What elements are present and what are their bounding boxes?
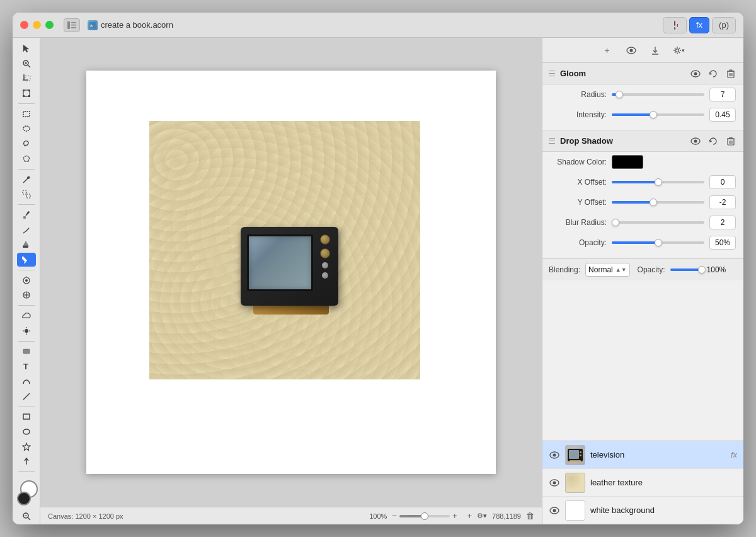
document-title: a create a book.acorn (88, 20, 173, 30)
layer-settings-icon[interactable]: ⚙▾ (477, 512, 487, 520)
zoom-tool-button[interactable] (17, 57, 36, 71)
polygon-select-tool-button[interactable] (17, 152, 36, 166)
layer-white-background-visibility[interactable] (549, 505, 560, 516)
x-offset-slider[interactable] (612, 177, 704, 187)
x-offset-value[interactable]: 0 (709, 175, 736, 189)
svg-rect-46 (23, 349, 30, 354)
zoom-out-icon[interactable]: − (392, 511, 397, 521)
rect-shape-tool-button[interactable] (17, 344, 36, 358)
gloom-intensity-row: Intensity: 0.45 (542, 105, 743, 125)
close-button[interactable] (20, 21, 28, 29)
add-effect-button[interactable]: + (599, 43, 616, 57)
visibility-button[interactable] (623, 43, 639, 57)
ellipse-select-tool-button[interactable] (17, 122, 36, 136)
eyedropper-tool-button[interactable] (17, 208, 36, 222)
layer-leather-visibility[interactable] (549, 477, 560, 488)
layer-leather-name: leather texture (590, 478, 737, 487)
opacity-slider[interactable] (612, 238, 704, 248)
pen-tool-button[interactable] (17, 223, 36, 237)
lasso-tool-button[interactable] (17, 137, 36, 151)
gloom-intensity-slider[interactable] (612, 110, 704, 120)
svg-rect-82 (580, 454, 581, 456)
x-offset-row: X Offset: 0 (542, 172, 743, 192)
ellipse-vector-tool-button[interactable] (17, 425, 36, 439)
gloom-delete-button[interactable] (724, 67, 737, 80)
y-offset-slider[interactable] (612, 197, 704, 207)
transform-tool-button[interactable] (17, 86, 36, 100)
gloom-intensity-value[interactable]: 0.45 (709, 108, 736, 122)
svg-rect-7 (674, 27, 675, 30)
rect-select-tool-button[interactable] (17, 107, 36, 121)
layer-leather[interactable]: leather texture (542, 469, 743, 497)
settings-button[interactable]: ▾ (671, 43, 687, 57)
svg-rect-81 (580, 451, 581, 453)
brightness-tool-button[interactable] (17, 324, 36, 338)
text-tool-button[interactable]: T (17, 359, 36, 373)
svg-rect-65 (730, 70, 732, 71)
heal-tool-button[interactable] (17, 289, 36, 303)
svg-rect-19 (28, 90, 30, 91)
blur-radius-slider[interactable] (612, 217, 704, 228)
svg-line-24 (25, 145, 26, 146)
y-offset-value[interactable]: -2 (709, 195, 736, 209)
blur-radius-value[interactable]: 2 (709, 216, 736, 229)
magic-select-tool-button[interactable] (17, 187, 36, 201)
blending-mode-select[interactable]: Normal ▲▼ (585, 263, 630, 277)
bezier-tool-button[interactable] (17, 374, 36, 388)
layer-television[interactable]: television fx (542, 441, 743, 469)
fx-button[interactable]: fx (689, 17, 709, 33)
paint-bucket-tool-button[interactable] (17, 238, 36, 252)
zoom-in-icon[interactable]: + (452, 511, 457, 521)
drop-shadow-effect: Drop Shadow Shadow Color: (542, 130, 743, 258)
doc-title-text: create a book.acorn (101, 20, 173, 30)
canvas-container[interactable] (40, 38, 542, 507)
add-layer-icon[interactable]: + (467, 511, 472, 521)
cloud-tool-button[interactable] (17, 309, 36, 323)
svg-point-50 (23, 429, 30, 434)
layer-television-visibility[interactable] (549, 449, 560, 461)
zoom-slider[interactable] (399, 515, 450, 517)
layer-white-background-name: white background (590, 505, 737, 515)
background-color[interactable] (17, 492, 31, 505)
move-tool-button[interactable] (17, 274, 36, 287)
shadow-color-swatch[interactable] (612, 155, 643, 169)
layer-opacity-slider[interactable] (670, 268, 702, 271)
line-tool-button[interactable] (17, 390, 36, 403)
gloom-drag-handle[interactable] (549, 69, 555, 79)
gloom-radius-slider[interactable] (612, 90, 704, 100)
magic-wand-tool-button[interactable] (17, 173, 36, 187)
tool-separator-2 (18, 169, 35, 170)
pencil-tool-button[interactable] (17, 253, 36, 267)
svg-rect-1 (71, 22, 76, 23)
drop-shadow-delete-button[interactable] (724, 135, 737, 147)
drop-shadow-drag-handle[interactable] (549, 136, 555, 146)
layer-opacity-label: Opacity: (638, 265, 665, 274)
download-button[interactable] (647, 43, 663, 57)
select-tool-button[interactable] (17, 42, 36, 55)
p-label: (p) (719, 20, 729, 30)
drop-shadow-reset-button[interactable] (707, 135, 719, 147)
opacity-slider-thumb (698, 266, 706, 274)
gloom-visibility-button[interactable] (689, 67, 702, 80)
svg-rect-20 (23, 95, 25, 97)
svg-rect-29 (23, 190, 26, 194)
svg-rect-3 (71, 27, 76, 28)
maximize-button[interactable] (45, 21, 54, 29)
tv-body (241, 227, 341, 315)
svg-marker-51 (23, 443, 30, 451)
delete-icon[interactable]: 🗑 (526, 511, 534, 521)
p-button[interactable]: (p) (712, 17, 736, 33)
star-tool-button[interactable] (17, 440, 36, 454)
sidebar-toggle-button[interactable] (64, 18, 80, 32)
svg-rect-2 (71, 25, 76, 26)
tools-button[interactable]: ! (663, 17, 687, 33)
drop-shadow-visibility-button[interactable] (689, 135, 702, 147)
layer-white-background[interactable]: white background (542, 497, 743, 524)
crop-tool-button[interactable] (17, 72, 36, 86)
opacity-value[interactable]: 50% (709, 236, 736, 250)
minimize-button[interactable] (33, 21, 41, 29)
arrow-tool-button[interactable] (17, 455, 36, 469)
gloom-radius-value[interactable]: 7 (709, 88, 736, 101)
rect-vector-tool-button[interactable] (17, 410, 36, 424)
gloom-reset-button[interactable] (707, 67, 719, 80)
